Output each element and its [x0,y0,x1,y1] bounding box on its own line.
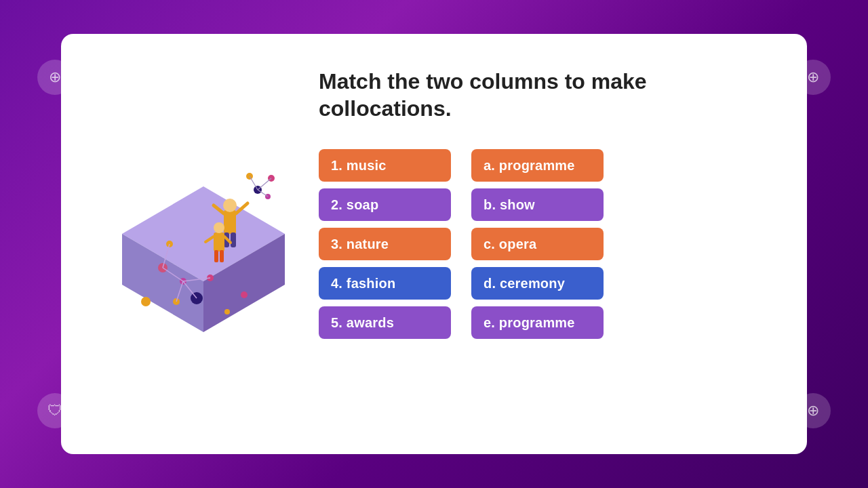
svg-point-22 [241,291,248,298]
left-item-item-5[interactable]: 5. awards [319,306,451,339]
left-item-item-4[interactable]: 4. fashion [319,267,451,300]
left-item-item-1[interactable]: 1. music [319,149,451,182]
svg-line-19 [250,176,258,190]
main-card: Match the two columns to make collocatio… [61,34,807,454]
right-item-item-a[interactable]: a. programme [471,149,604,182]
instruction-text: Match the two columns to make collocatio… [319,68,766,122]
svg-rect-35 [220,250,224,262]
svg-line-18 [258,178,271,190]
svg-rect-34 [214,250,218,262]
svg-rect-24 [224,210,236,234]
svg-point-25 [223,199,237,212]
svg-rect-29 [231,232,236,247]
left-item-item-2[interactable]: 2. soap [319,188,451,221]
left-item-item-3[interactable]: 3. nature [319,228,451,260]
right-column: a. programmeb. showc. operad. ceremonye.… [471,149,604,339]
columns-container: 1. music2. soap3. nature4. fashion5. awa… [319,149,766,339]
right-item-item-d[interactable]: d. ceremony [471,267,604,300]
svg-point-23 [224,309,230,314]
content-area: Match the two columns to make collocatio… [305,68,766,339]
left-column: 1. music2. soap3. nature4. fashion5. awa… [319,149,451,339]
right-item-item-e[interactable]: e. programme [471,306,604,339]
illustration [102,68,305,427]
right-item-item-b[interactable]: b. show [471,188,604,221]
right-item-item-c[interactable]: c. opera [471,228,604,260]
svg-point-21 [141,297,151,306]
svg-point-31 [214,222,224,233]
svg-rect-30 [214,232,224,251]
